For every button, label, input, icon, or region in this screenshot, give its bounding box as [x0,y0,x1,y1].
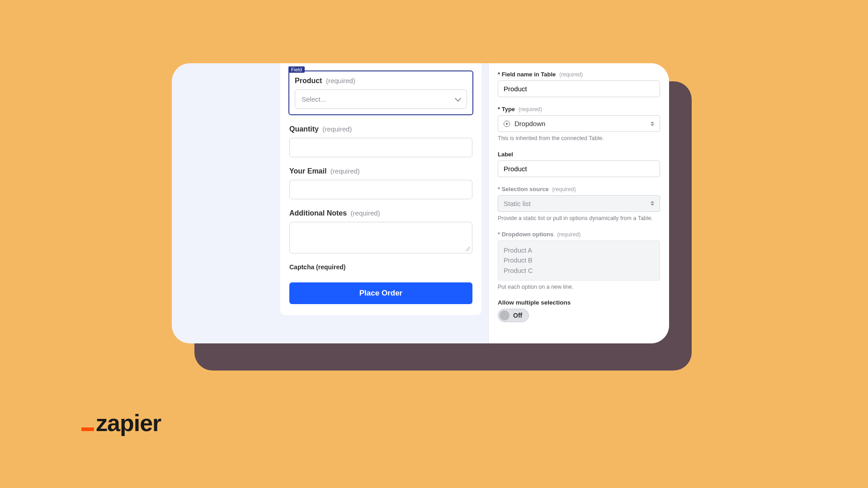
notes-required: (required) [351,209,380,217]
type-select[interactable]: Dropdown [498,115,660,132]
display-label-input[interactable] [498,160,660,177]
zapier-logo: zapier [81,413,161,434]
inspector-dropdown-options: * Dropdown options (required) Product A … [498,230,660,291]
product-select[interactable]: Select... [295,89,467,109]
product-select-placeholder: Select... [302,95,326,103]
form-field-quantity: Quantity (required) [289,125,472,157]
selection-source-required: (required) [552,186,576,192]
notes-label: Additional Notes [289,209,347,217]
place-order-button[interactable]: Place Order [289,282,472,304]
field-tag: Field [288,66,305,73]
inspector-type: * Type (required) Dropdown This is inher… [498,105,660,142]
field-name-input[interactable] [498,80,660,97]
form-field-email: Your Email (required) [289,167,472,199]
product-required: (required) [326,77,355,84]
quantity-label: Quantity [289,125,319,133]
dropdown-options-label: * Dropdown options [498,231,553,238]
email-input[interactable] [289,180,472,199]
type-label: * Type [498,106,515,113]
allow-multi-label: Allow multiple selections [498,299,660,306]
zapier-wordmark: zapier [96,413,161,434]
quantity-required: (required) [322,125,352,133]
email-label: Your Email [289,167,326,175]
field-name-label: * Field name in Table [498,71,556,78]
type-required: (required) [519,106,542,113]
selection-source-select[interactable]: Static list [498,195,660,212]
selection-source-label: * Selection source [498,186,549,192]
field-name-required: (required) [559,71,583,78]
type-value: Dropdown [514,120,545,127]
allow-multi-toggle[interactable]: Off [498,309,529,322]
inspector-allow-multi: Allow multiple selections Off [498,299,660,322]
dropdown-type-icon [504,121,510,127]
quantity-input[interactable] [289,138,472,157]
toggle-knob [500,310,509,320]
dropdown-options-textarea[interactable]: Product A Product B Product C [498,240,660,281]
field-inspector-panel: * Field name in Table (required) * Type … [488,63,669,343]
dropdown-options-required: (required) [557,231,580,238]
chevron-down-icon [455,95,461,101]
select-sort-icon [651,201,654,206]
selection-source-helper: Provide a static list or pull in options… [498,215,660,222]
inspector-selection-source: * Selection source (required) Static lis… [498,185,660,222]
type-helper: This is inherited from the connected Tab… [498,135,660,142]
email-required: (required) [330,167,360,175]
select-sort-icon [651,122,654,126]
form-card: Field Product (required) Select... Quant… [280,63,481,315]
selection-source-value: Static list [504,200,531,207]
zapier-logo-bar [81,427,94,431]
product-label: Product [295,77,322,84]
display-label-label: Label [498,151,513,158]
form-field-product[interactable]: Field Product (required) Select... [288,70,473,115]
inspector-field-name: * Field name in Table (required) [498,70,660,97]
captcha-label: Captcha (required) [289,263,472,271]
notes-textarea[interactable] [289,222,472,253]
inspector-display-label: Label [498,150,660,177]
form-preview-pane: Field Product (required) Select... Quant… [172,63,488,343]
form-field-notes: Additional Notes (required) [289,209,472,253]
allow-multi-state: Off [513,312,522,319]
dropdown-options-helper: Put each option on a new line. [498,283,660,291]
app-window: Field Product (required) Select... Quant… [172,63,669,343]
